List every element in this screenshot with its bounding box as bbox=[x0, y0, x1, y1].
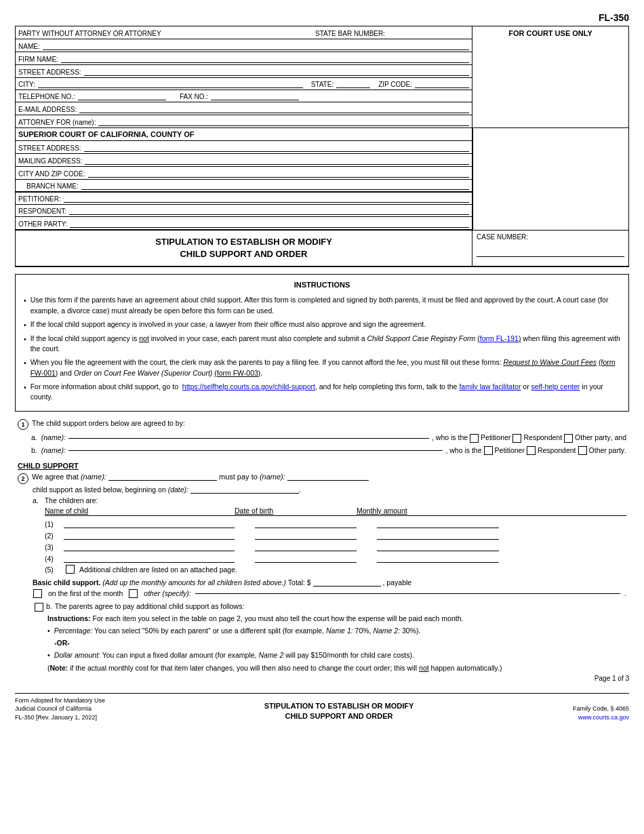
instruction-5-text: For more information about child support… bbox=[31, 382, 620, 402]
other-specify-text: other (specify): bbox=[144, 589, 190, 597]
court-mailing-row: MAILING ADDRESS: bbox=[16, 154, 472, 167]
child-dob-3[interactable] bbox=[255, 551, 357, 551]
child-num-3: (3) bbox=[45, 543, 64, 551]
child-dob-2[interactable] bbox=[255, 539, 357, 540]
city-state-zip-row: CITY: STATE: ZIP CODE: bbox=[16, 78, 472, 90]
street-row: STREET ADDRESS: bbox=[16, 65, 472, 78]
email-row: E-MAIL ADDRESS: bbox=[16, 102, 472, 115]
child-name-4[interactable] bbox=[64, 562, 235, 563]
payable-row: on the first of the month other (specify… bbox=[31, 589, 626, 598]
bullet-dollar-icon: • bbox=[47, 650, 50, 660]
title-section: STIPULATION TO ESTABLISH OR MODIFY CHILD… bbox=[15, 231, 629, 267]
state-bar-label: STATE BAR NUMBER: bbox=[315, 30, 385, 37]
footer: Form Adopted for Mandatory Use Judicial … bbox=[15, 693, 629, 722]
child-name-3[interactable] bbox=[64, 551, 235, 551]
court-use-panel: FOR COURT USE ONLY bbox=[472, 26, 628, 127]
1a-who: , who is the bbox=[432, 433, 468, 443]
court-info-panel: SUPERIOR COURT OF CALIFORNIA, COUNTY OF … bbox=[16, 128, 472, 230]
1a-petitioner-label: Petitioner bbox=[481, 433, 510, 443]
section-2-number: 2 bbox=[18, 473, 28, 484]
children-table: Name of child Date of birth Monthly amou… bbox=[45, 507, 626, 575]
1a-respondent-checkbox[interactable] bbox=[512, 434, 521, 443]
1a-other-label: Other party bbox=[575, 433, 611, 443]
case-number-field[interactable] bbox=[477, 241, 624, 257]
case-number-label: CASE NUMBER: bbox=[477, 233, 624, 241]
basic-payable: , payable bbox=[383, 578, 412, 587]
child-amt-4[interactable] bbox=[377, 562, 499, 563]
section-2b: b. The parents agree to pay additional c… bbox=[33, 602, 626, 612]
instruction-3: • If the local child support agency is n… bbox=[24, 334, 620, 354]
2b-label: b. bbox=[46, 602, 52, 610]
child-dob-4[interactable] bbox=[255, 562, 357, 563]
payable-period: . bbox=[624, 589, 626, 597]
child-num-4: (4) bbox=[45, 555, 64, 563]
basic-total: Total: $ bbox=[288, 578, 311, 587]
attorney-label: ATTORNEY FOR (name): bbox=[18, 119, 96, 126]
first-month-checkbox[interactable] bbox=[33, 589, 42, 598]
1b-respondent-checkbox[interactable] bbox=[527, 446, 536, 455]
pct-bullet-text: Percentage: You can select "50% by each … bbox=[54, 626, 421, 636]
additional-children-checkbox[interactable] bbox=[66, 565, 75, 574]
instruction-2-text: If the local child support agency is inv… bbox=[31, 319, 620, 330]
instruction-1: • Use this form if the parents have an a… bbox=[24, 295, 620, 315]
firm-label: FIRM NAME: bbox=[18, 56, 58, 63]
col-amount-header: Monthly amount bbox=[357, 507, 492, 515]
zip-label: ZIP CODE: bbox=[378, 81, 412, 88]
1b-petitioner-checkbox[interactable] bbox=[484, 446, 493, 455]
section-1a: a. (name): , who is the Petitioner Respo… bbox=[31, 433, 626, 443]
respondent-label: RESPONDENT: bbox=[18, 207, 66, 215]
2b-instructions: Instructions: For each item you select i… bbox=[47, 614, 626, 673]
child-amt-1[interactable] bbox=[377, 528, 499, 528]
child-row-3: (3) bbox=[45, 540, 626, 551]
1a-petitioner-checkbox[interactable] bbox=[470, 434, 479, 443]
or-label: -OR- bbox=[54, 638, 626, 648]
branch-label: BRANCH NAME: bbox=[26, 182, 79, 190]
footer-formnum: FL-350 [Rev. January 1, 2022] bbox=[15, 713, 105, 722]
tel-label: TELEPHONE NO.: bbox=[18, 93, 75, 100]
bullet-icon-2: • bbox=[24, 320, 26, 330]
court-use-label: FOR COURT USE ONLY bbox=[477, 29, 624, 37]
section-1-number: 1 bbox=[18, 419, 28, 430]
other-specify-checkbox[interactable] bbox=[129, 589, 138, 598]
dollar-bullet: • Dollar amount: You can input a fixed d… bbox=[47, 650, 626, 660]
child-amt-3[interactable] bbox=[377, 551, 499, 551]
2a-text: The children are: bbox=[45, 496, 98, 504]
1a-other-checkbox[interactable] bbox=[564, 434, 573, 443]
child-num-2: (2) bbox=[45, 532, 64, 540]
1b-other-checkbox[interactable] bbox=[578, 446, 587, 455]
bullet-icon-4: • bbox=[24, 358, 26, 368]
first-month-text: on the first of the month bbox=[48, 589, 123, 597]
children-table-header: Name of child Date of birth Monthly amou… bbox=[45, 507, 626, 516]
party-statebar-row: PARTY WITHOUT ATTORNEY OR ATTORNEY STATE… bbox=[16, 26, 472, 39]
child-name-1[interactable] bbox=[64, 528, 235, 528]
2a-label: a. bbox=[33, 496, 39, 504]
firm-row: FIRM NAME: bbox=[16, 52, 472, 65]
2b-checkbox[interactable] bbox=[35, 603, 43, 612]
1a-respondent-label: Respondent bbox=[523, 433, 562, 443]
section-2-name2: (name): bbox=[260, 473, 285, 481]
street-label: STREET ADDRESS: bbox=[18, 68, 81, 76]
instruction-1-text: Use this form if the parents have an agr… bbox=[31, 295, 620, 315]
instructions-title: INSTRUCTIONS bbox=[24, 280, 620, 291]
1a-and: , and bbox=[611, 433, 626, 443]
court-cityzip-label: CITY AND ZIP CODE: bbox=[18, 170, 85, 178]
instruction-5: • For more information about child suppo… bbox=[24, 382, 620, 402]
case-number-panel: CASE NUMBER: bbox=[472, 231, 628, 266]
2b-text: The parents agree to pay additional chil… bbox=[55, 602, 245, 610]
email-label: E-MAIL ADDRESS: bbox=[18, 106, 77, 113]
form-number: FL-350 bbox=[15, 12, 629, 23]
state-label: STATE: bbox=[311, 81, 334, 88]
petitioner-label: PETITIONER: bbox=[18, 195, 61, 203]
col-dob-header: Date of birth bbox=[235, 507, 357, 515]
child-row-2: (2) bbox=[45, 529, 626, 540]
parties-section: PETITIONER: RESPONDENT: OTHER PARTY: bbox=[16, 193, 472, 230]
top-section: PARTY WITHOUT ATTORNEY OR ATTORNEY STATE… bbox=[15, 26, 629, 128]
other-party-row: OTHER PARTY: bbox=[16, 217, 472, 229]
child-name-2[interactable] bbox=[64, 539, 235, 540]
petitioner-row: PETITIONER: bbox=[16, 193, 472, 205]
footer-website[interactable]: www.courts.ca.gov bbox=[578, 714, 629, 721]
1b-petitioner-label: Petitioner bbox=[495, 445, 525, 456]
attorney-info-panel: PARTY WITHOUT ATTORNEY OR ATTORNEY STATE… bbox=[16, 26, 472, 127]
child-dob-1[interactable] bbox=[255, 528, 357, 528]
child-amt-2[interactable] bbox=[377, 539, 499, 540]
